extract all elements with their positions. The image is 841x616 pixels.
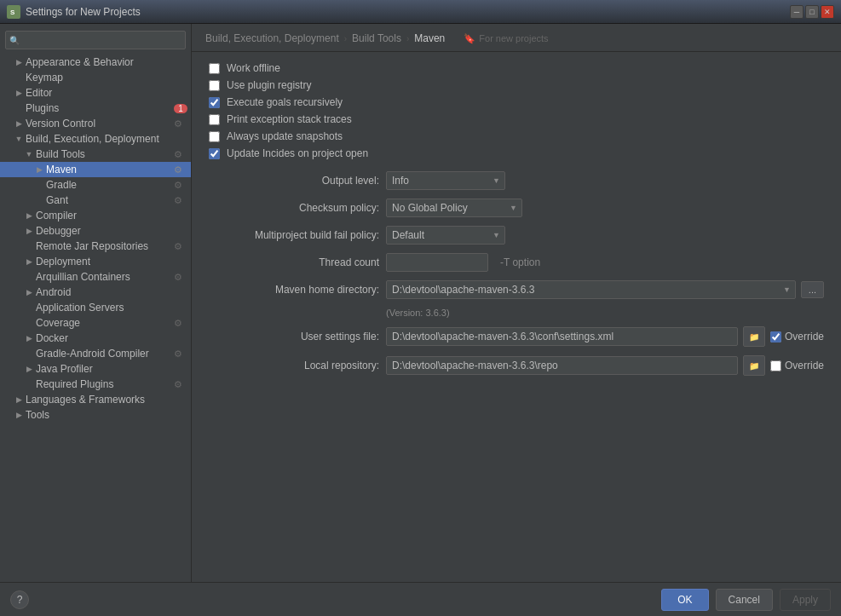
maven-home-row: Maven home directory: D:\devtool\apache-… (209, 280, 824, 299)
folder-icon: 📁 (749, 361, 759, 371)
user-settings-input[interactable] (386, 327, 738, 346)
sidebar-item-build-execution[interactable]: ▼ Build, Execution, Deployment (0, 131, 191, 147)
help-button[interactable]: ? (10, 590, 29, 609)
output-level-select[interactable]: Info Debug Warn Error (386, 171, 505, 190)
maven-home-select[interactable]: D:\devtool\apache-maven-3.6.3 (386, 280, 796, 299)
sidebar-item-deployment[interactable]: ▶ Deployment (0, 254, 191, 269)
sidebar-item-arquillian[interactable]: Arquillian Containers ⚙ (0, 269, 191, 285)
maximize-button[interactable]: □ (805, 5, 819, 19)
sidebar-item-label: Maven (46, 164, 77, 176)
thread-count-input[interactable] (386, 253, 488, 272)
thread-count-label: Thread count (209, 256, 379, 268)
maven-home-controls: D:\devtool\apache-maven-3.6.3 ▼ ... (386, 280, 824, 299)
maven-home-browse-button[interactable]: ... (801, 281, 824, 298)
sidebar-item-label: Compiler (36, 210, 77, 222)
maven-home-select-wrapper: D:\devtool\apache-maven-3.6.3 ▼ (386, 280, 796, 299)
sidebar-item-gradle-android[interactable]: Gradle-Android Compiler ⚙ (0, 346, 191, 361)
local-repository-override-checkbox[interactable] (770, 360, 781, 371)
print-exception-label: Print exception stack traces (227, 113, 352, 125)
folder-icon: 📁 (749, 332, 759, 342)
work-offline-checkbox[interactable] (209, 63, 220, 74)
local-repository-label: Local repository: (209, 360, 379, 371)
sidebar-item-languages[interactable]: ▶ Languages & Frameworks (0, 392, 191, 407)
sidebar-item-coverage[interactable]: Coverage ⚙ (0, 315, 191, 331)
user-settings-row: User settings file: 📁 Override (209, 326, 824, 347)
chevron-icon: ▶ (14, 58, 24, 66)
local-repository-browse-button[interactable]: 📁 (743, 355, 765, 376)
breadcrumb-sep2: › (406, 34, 409, 43)
user-settings-browse-button[interactable]: 📁 (743, 326, 765, 347)
sidebar-item-docker[interactable]: ▶ Docker (0, 331, 191, 346)
output-level-row: Output level: Info Debug Warn Error ▼ (209, 171, 824, 190)
chevron-icon: ▶ (14, 119, 24, 128)
sidebar-item-tools[interactable]: ▶ Tools (0, 407, 191, 423)
minimize-button[interactable]: ─ (790, 5, 804, 19)
cancel-button[interactable]: Cancel (716, 589, 773, 611)
sidebar: 🔍 ▶ Appearance & Behavior Keymap ▶ Edito… (0, 24, 192, 582)
user-settings-override: Override (770, 331, 824, 343)
checkbox-work-offline: Work offline (209, 62, 824, 74)
sidebar-item-required-plugins[interactable]: Required Plugins ⚙ (0, 377, 191, 392)
search-input[interactable] (5, 31, 186, 49)
print-exception-checkbox[interactable] (209, 114, 220, 125)
sidebar-item-label: Arquillian Containers (36, 271, 130, 283)
user-settings-label: User settings file: (209, 331, 379, 343)
update-indices-label: Update Incides on project open (227, 147, 368, 159)
sidebar-item-editor[interactable]: ▶ Editor (0, 85, 191, 101)
sidebar-item-appearance[interactable]: ▶ Appearance & Behavior (0, 55, 191, 70)
multiproject-policy-label: Multiproject build fail policy: (209, 229, 379, 241)
checksum-policy-select[interactable]: No Global Policy Fail Warn Ignore (386, 199, 522, 217)
chevron-icon: ▶ (34, 165, 44, 174)
main-container: 🔍 ▶ Appearance & Behavior Keymap ▶ Edito… (0, 24, 841, 582)
output-level-select-wrapper: Info Debug Warn Error ▼ (386, 171, 505, 190)
sidebar-item-app-servers[interactable]: Application Servers (0, 300, 191, 315)
sidebar-item-gant[interactable]: Gant ⚙ (0, 193, 191, 208)
breadcrumb-note: 🔖 For new projects (464, 33, 548, 44)
multiproject-policy-select[interactable]: Default Fail at End Never Fail Fail Fast (386, 226, 505, 245)
sidebar-item-keymap[interactable]: Keymap (0, 70, 191, 85)
user-settings-override-checkbox[interactable] (770, 331, 781, 343)
sidebar-item-maven[interactable]: ▶ Maven ⚙ (0, 162, 191, 177)
local-repository-override-label: Override (785, 360, 824, 371)
checkbox-print-exception: Print exception stack traces (209, 113, 824, 125)
plugin-registry-checkbox[interactable] (209, 80, 220, 91)
sidebar-item-label: Gradle-Android Compiler (36, 348, 149, 360)
sidebar-item-build-tools[interactable]: ▼ Build Tools ⚙ (0, 147, 191, 162)
sidebar-item-label: Appearance & Behavior (26, 56, 134, 68)
ok-button[interactable]: OK (661, 589, 708, 611)
sidebar-item-label: Tools (26, 409, 49, 421)
chevron-icon: ▶ (24, 334, 34, 343)
checkbox-update-indices: Update Incides on project open (209, 147, 824, 159)
window-title: Settings for New Projects (26, 6, 790, 18)
chevron-icon: ▶ (24, 365, 34, 373)
close-button[interactable]: ✕ (821, 5, 834, 19)
multiproject-policy-row: Multiproject build fail policy: Default … (209, 226, 824, 245)
local-repository-input[interactable] (386, 356, 738, 375)
sidebar-item-debugger[interactable]: ▶ Debugger (0, 223, 191, 239)
sidebar-item-java-profiler[interactable]: ▶ Java Profiler (0, 361, 191, 377)
apply-button[interactable]: Apply (780, 589, 831, 611)
sidebar-item-label: Build, Execution, Deployment (26, 133, 159, 145)
settings-icon: ⚙ (172, 118, 184, 130)
sidebar-item-android[interactable]: ▶ Android (0, 285, 191, 300)
settings-icon: ⚙ (172, 318, 184, 329)
sidebar-item-compiler[interactable]: ▶ Compiler (0, 208, 191, 223)
sidebar-item-remote-jar[interactable]: Remote Jar Repositories ⚙ (0, 239, 191, 254)
chevron-icon: ▼ (24, 150, 34, 158)
always-update-checkbox[interactable] (209, 131, 220, 142)
update-indices-checkbox[interactable] (209, 148, 220, 159)
bookmark-icon: 🔖 (464, 33, 475, 44)
local-repository-row: Local repository: 📁 Override (209, 355, 824, 376)
local-repository-override: Override (770, 360, 824, 371)
search-box[interactable]: 🔍 (5, 31, 186, 49)
sidebar-item-label: Languages & Frameworks (26, 394, 145, 406)
sidebar-item-label: Gradle (46, 179, 77, 191)
breadcrumb-part1: Build, Execution, Deployment (205, 32, 339, 44)
sidebar-item-version-control[interactable]: ▶ Version Control ⚙ (0, 116, 191, 131)
sidebar-item-gradle[interactable]: Gradle ⚙ (0, 177, 191, 193)
settings-icon: ⚙ (172, 379, 184, 390)
sidebar-item-plugins[interactable]: Plugins 1 (0, 101, 191, 116)
execute-goals-checkbox[interactable] (209, 97, 220, 108)
multiproject-policy-select-wrapper: Default Fail at End Never Fail Fail Fast… (386, 226, 505, 245)
checkbox-always-update: Always update snapshots (209, 130, 824, 142)
